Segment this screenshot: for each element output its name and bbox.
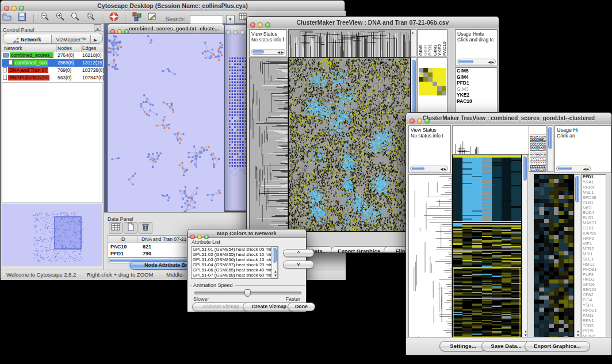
treeview1-column-dendrogram[interactable]	[288, 29, 411, 58]
column-label: GIM3	[433, 30, 438, 56]
move-up-button[interactable]: ^	[283, 249, 314, 257]
animation-speed-slider[interactable]	[194, 292, 301, 294]
attribute-item[interactable]: GPL51-04 (GSM857) heat shock 20 min	[192, 262, 278, 267]
network-name: combined_scores_	[10, 52, 53, 58]
vizmapper-icon[interactable]	[131, 12, 143, 23]
treeview1-column-scroll-strip[interactable]: ▸	[411, 29, 416, 56]
network-nodes-count: 2569(6)	[58, 59, 74, 67]
done-button[interactable]: Done	[288, 302, 315, 311]
column-label: YKE2	[438, 30, 442, 56]
zoom-window-icon[interactable]	[19, 6, 24, 11]
network-row[interactable]: combined_scores_ 2764(0) 16218(0)	[2, 52, 103, 59]
minimize-icon[interactable]	[12, 6, 17, 11]
view-status-hscrollbar[interactable]: ◀▶	[410, 166, 448, 171]
slider-thumb[interactable]	[244, 289, 251, 297]
view-status-title: View Status	[250, 30, 286, 37]
treeview2-heatmap-vscrollbar[interactable]: ▲▼	[522, 155, 528, 338]
view-status-hscrollbar[interactable]: ◀▶	[251, 49, 285, 55]
zoom-window-icon[interactable]	[124, 29, 129, 34]
treeview2-column-dendrogram[interactable]	[452, 125, 530, 155]
gene-label[interactable]: GIM5	[456, 68, 497, 74]
export-graphics-button[interactable]: Export Graphics...	[525, 341, 590, 351]
minimize-icon[interactable]	[197, 235, 202, 239]
zoom-window-icon[interactable]	[204, 235, 209, 239]
main-window-title: Cytoscape Desktop (Session Name: collins…	[1, 1, 345, 11]
close-icon[interactable]	[4, 6, 9, 11]
zoom-window-icon[interactable]	[240, 30, 244, 35]
main-titlebar[interactable]: Cytoscape Desktop (Session Name: collins…	[1, 1, 345, 12]
attribute-listbox[interactable]: GPL51-01 (GSM854) heat shock 05 minGPL51…	[191, 246, 278, 279]
search-input[interactable]	[190, 15, 223, 24]
attribute-item[interactable]: GPL51-06 (GSM865) heat shock 40 min	[192, 267, 278, 273]
treeview2-zoom-heatmap[interactable]	[534, 174, 574, 338]
treeview1-heatmap[interactable]	[288, 58, 411, 232]
attr-col-id[interactable]: ID	[108, 236, 138, 243]
save-data-button[interactable]: Save Data...	[481, 341, 531, 351]
tab-vizmapper[interactable]: VizMapper™	[52, 35, 91, 44]
close-icon[interactable]	[190, 235, 195, 239]
export-graphics-button[interactable]: Export Graphics...	[331, 246, 392, 252]
attribute-item[interactable]: GPL51-03 (GSM856) heat shock 15 min	[192, 257, 278, 262]
minimize-icon[interactable]	[117, 29, 122, 34]
network-row[interactable]: RNAPuberNov2+| 563(0) 107847(0)	[2, 74, 103, 82]
save-session-button[interactable]	[16, 12, 28, 23]
gene-label[interactable]: PAC10	[456, 98, 497, 105]
minimize-icon[interactable]	[258, 22, 263, 28]
usage-hints-hscrollbar[interactable]: ◀▶	[556, 166, 591, 171]
column-label: GIM5	[419, 30, 423, 56]
zoom-out-icon[interactable]	[39, 12, 51, 23]
zoom-window-icon[interactable]	[424, 118, 430, 124]
treeview2-row-dendrogram[interactable]	[408, 174, 452, 338]
treeview2-zoom-vscrollbar[interactable]: ▲▼	[574, 174, 580, 338]
delete-attribute-trash-icon[interactable]	[139, 222, 152, 234]
gene-label[interactable]: GIM4	[456, 74, 497, 81]
attribute-list-vscrollbar[interactable]: ▲▼	[271, 247, 278, 278]
attr-id: PAC10	[108, 243, 138, 250]
attr-value: 621	[138, 244, 151, 250]
zoom-selected-icon[interactable]	[85, 12, 97, 23]
col-network: Network	[2, 45, 22, 51]
network-overview-panel[interactable]	[2, 204, 102, 266]
settings-button[interactable]: Settings...	[439, 341, 487, 351]
network-view-window[interactable]: combined_scores_good.txt--cluste...	[107, 24, 225, 216]
annotation-icon[interactable]	[146, 12, 158, 23]
gene-label[interactable]: YKE2	[456, 92, 497, 98]
minimize-icon[interactable]	[233, 30, 238, 35]
close-icon[interactable]	[226, 30, 231, 35]
gene-label[interactable]: PFD1	[456, 80, 497, 86]
network-nodes-count: 563(0)	[58, 74, 71, 82]
attribute-item[interactable]: GPL51-01 (GSM854) heat shock 05 min	[192, 247, 278, 252]
help-lifering-icon[interactable]	[108, 12, 120, 23]
zoom-in-icon[interactable]	[54, 12, 67, 23]
treeview1-row-dendrogram[interactable]	[249, 58, 288, 232]
gene-label[interactable]: GIM3	[456, 86, 497, 93]
search-label: Search:	[165, 16, 185, 22]
network-view[interactable]	[108, 34, 223, 214]
search-dropdown-icon[interactable]: ▼	[226, 15, 235, 24]
move-down-button[interactable]: v	[283, 260, 314, 269]
zoom-fit-icon[interactable]	[69, 12, 82, 23]
zoom-window-icon[interactable]	[265, 22, 270, 28]
tab-network[interactable]: Network	[3, 35, 52, 44]
col-edges: Edges	[82, 45, 96, 52]
treeview2-labels-vscrollbar[interactable]	[547, 125, 553, 172]
open-file-button[interactable]	[1, 12, 13, 23]
control-panel-tabs: NetworkVizMapper™▶	[3, 33, 103, 44]
attribute-item[interactable]: GPL51-02 (GSM855) heat shock 10 min	[192, 252, 278, 257]
tab-overflow-icon[interactable]: ▶	[91, 36, 100, 44]
status-hint-zoom: Right-click + drag to ZOOM	[87, 270, 153, 279]
float-panel-icon[interactable]	[94, 24, 101, 31]
animate-vizmap-button[interactable]: Animate Vizmap	[192, 302, 250, 311]
usage-hints-hscrollbar[interactable]: ◀▶	[457, 59, 496, 64]
close-icon[interactable]	[110, 29, 115, 34]
usage-hints-text: Click and drag tc	[456, 37, 497, 43]
new-attribute-icon[interactable]	[124, 222, 137, 234]
close-icon[interactable]	[250, 22, 255, 28]
close-icon[interactable]	[410, 118, 415, 124]
treeview2-heatmap[interactable]	[452, 155, 522, 338]
network-row[interactable]: DNA and Tran 07 769(0) 183728(0)	[2, 67, 103, 74]
minimize-icon[interactable]	[417, 118, 422, 124]
attribute-item[interactable]: GPL51-07 (GSM868) heat shock 60 min	[192, 273, 278, 278]
network-row[interactable]: combined_sco 2569(6) 13112(15)	[2, 59, 103, 67]
select-attributes-icon[interactable]	[109, 222, 123, 234]
